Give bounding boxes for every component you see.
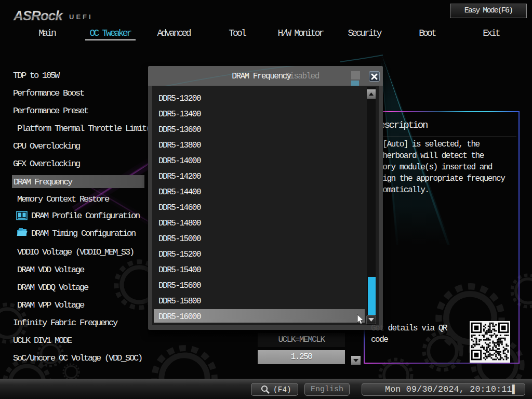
svg-text:ASRock: ASRock <box>13 8 63 23</box>
